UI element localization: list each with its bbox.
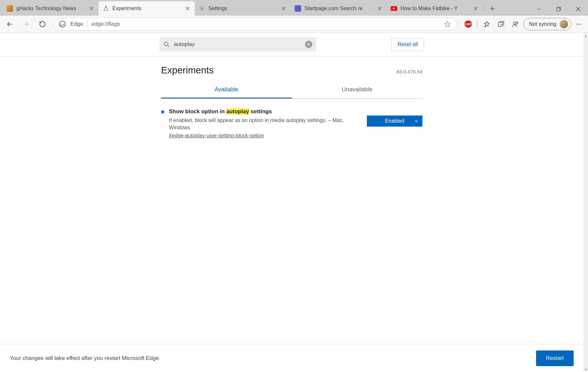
toolbar-divider	[477, 20, 478, 28]
scroll-track[interactable]	[583, 39, 588, 366]
svg-point-0	[201, 8, 203, 9]
favorite-star-icon[interactable]	[444, 21, 452, 27]
svg-point-9	[580, 23, 581, 24]
svg-point-5	[514, 22, 516, 24]
sync-status-button[interactable]: Not syncing	[523, 18, 571, 30]
tab-close-button[interactable]	[472, 5, 479, 12]
minimize-button[interactable]	[529, 3, 549, 16]
tab-available[interactable]: Available	[161, 82, 292, 99]
tab-title: gHacks Technology News	[16, 6, 85, 11]
tab-close-button[interactable]	[184, 5, 191, 12]
collections-button[interactable]	[495, 18, 508, 31]
favicon-ghacks-icon	[7, 5, 13, 12]
gear-icon	[199, 5, 205, 12]
scroll-down-icon[interactable]: ▾	[583, 366, 588, 372]
flag-title: Show block option in autoplay settings	[169, 108, 362, 115]
forward-button[interactable]	[19, 17, 33, 31]
flask-icon	[103, 5, 109, 12]
favicon-startpage-icon	[295, 5, 301, 12]
tab-title: Experiments	[112, 6, 181, 11]
svg-point-3	[59, 21, 65, 27]
title-bar: gHacks Technology News Experiments Setti…	[0, 0, 588, 16]
svg-point-6	[517, 22, 518, 23]
abp-extension-icon[interactable]: ABP	[462, 18, 475, 31]
omnibox-url: edge://flags	[91, 21, 441, 27]
tab-experiments[interactable]: Experiments	[99, 1, 195, 16]
address-bar[interactable]: Edge edge://flags	[54, 18, 457, 31]
new-tab-button[interactable]	[486, 1, 499, 16]
svg-point-8	[579, 23, 580, 24]
modified-dot-icon	[161, 110, 164, 114]
flag-state-select[interactable]: Enabled	[367, 116, 422, 127]
reset-all-button[interactable]: Reset all	[391, 38, 424, 51]
search-row: Reset all	[0, 33, 583, 56]
flag-state-value: Enabled	[385, 118, 404, 124]
navigation-bar: Edge edge://flags ABP Not syncing	[0, 16, 588, 33]
tab-title: Startpage.com Search re	[304, 6, 373, 11]
favorites-button[interactable]	[480, 18, 493, 31]
tab-settings[interactable]: Settings	[195, 1, 291, 16]
tab-ghacks[interactable]: gHacks Technology News	[3, 1, 99, 16]
tab-youtube[interactable]: How to Make Fatbike - Y	[387, 1, 483, 16]
svg-rect-2	[557, 8, 560, 11]
footer-message: Your changes will take effect after you …	[10, 355, 160, 362]
tab-strip: gHacks Technology News Experiments Setti…	[0, 0, 499, 16]
title-row: Experiments 83.0.478.54	[161, 56, 422, 82]
window-controls	[529, 3, 588, 16]
clear-search-button[interactable]	[305, 41, 312, 48]
refresh-button[interactable]	[35, 17, 50, 31]
content-tabs: Available Unavailable	[161, 82, 422, 99]
tab-unavailable[interactable]: Unavailable	[292, 82, 422, 99]
favicon-youtube-icon	[391, 5, 397, 12]
tab-close-button[interactable]	[88, 5, 95, 12]
search-icon	[163, 41, 170, 48]
vertical-scrollbar[interactable]: ▴ ▾	[583, 33, 588, 372]
chevron-down-icon	[415, 119, 418, 123]
profile-button[interactable]	[509, 18, 522, 31]
omnibox-separator	[87, 21, 88, 28]
tab-title: How to Make Fatbike - Y	[400, 6, 469, 11]
search-field-wrap	[159, 37, 316, 52]
tab-divider	[484, 4, 484, 12]
omnibox-label: Edge	[70, 21, 83, 27]
menu-button[interactable]	[572, 18, 585, 31]
flag-row: Show block option in autoplay settings I…	[161, 99, 422, 148]
scroll-up-icon[interactable]: ▴	[583, 33, 588, 39]
svg-point-7	[577, 23, 578, 24]
svg-point-10	[164, 42, 168, 46]
flags-search-input[interactable]	[159, 37, 316, 52]
page-title: Experiments	[161, 65, 214, 76]
center-column: Experiments 83.0.478.54 Available Unavai…	[161, 56, 422, 148]
toolbar-right: ABP Not syncing	[462, 18, 585, 31]
version-label: 83.0.478.54	[397, 69, 422, 74]
flag-hash-link[interactable]: #edge-autoplay-user-setting-block-option	[169, 133, 264, 139]
edge-logo-icon	[58, 20, 66, 28]
flag-text: Show block option in autoplay settings I…	[169, 108, 362, 139]
restart-footer: Your changes will take effect after you …	[0, 344, 583, 372]
tab-close-button[interactable]	[376, 5, 383, 12]
profile-avatar-icon	[560, 20, 568, 28]
back-button[interactable]	[3, 17, 17, 31]
highlight: autoplay	[226, 108, 249, 115]
close-window-button[interactable]	[568, 3, 588, 16]
tab-startpage[interactable]: Startpage.com Search re	[291, 1, 387, 16]
tab-title: Settings	[208, 6, 277, 11]
flag-description: If enabled, block will appear as an opti…	[169, 117, 362, 132]
tab-close-button[interactable]	[280, 5, 287, 12]
sync-label: Not syncing	[529, 21, 556, 27]
restart-button[interactable]: Restart	[536, 350, 574, 366]
maximize-button[interactable]	[549, 3, 568, 16]
page-content: Reset all Experiments 83.0.478.54 Availa…	[0, 33, 583, 372]
